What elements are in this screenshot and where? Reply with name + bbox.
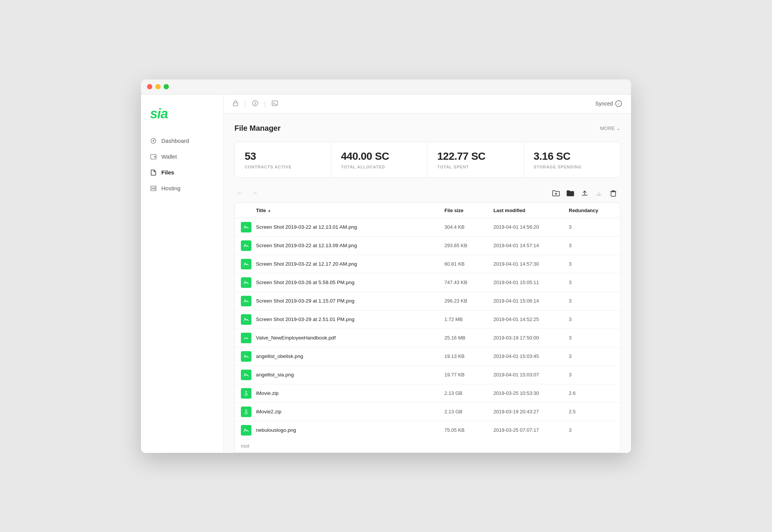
dashboard-icon xyxy=(150,138,157,144)
new-folder-button[interactable] xyxy=(550,187,562,200)
more-button[interactable]: MORE ⌄ xyxy=(600,125,620,131)
back-button[interactable]: ← xyxy=(235,188,245,199)
stat-storage: 3.16 SC STORAGE SPENDING xyxy=(524,142,620,177)
close-button[interactable] xyxy=(147,84,152,89)
files-icon xyxy=(150,169,157,176)
file-size: 19.77 KB xyxy=(444,372,493,378)
svg-point-35 xyxy=(245,373,246,375)
file-type-icon xyxy=(241,425,251,436)
storage-value: 3.16 SC xyxy=(534,150,611,162)
table-row[interactable]: Screen Shot 2019-03-22 at 12.13.09 AM.pn… xyxy=(235,237,620,255)
divider-1: | xyxy=(244,100,246,108)
file-name: Screen Shot 2019-03-29 at 2.51.01 PM.png xyxy=(256,316,444,322)
file-modified: 2019-04-01 14:57:30 xyxy=(493,261,569,267)
svg-rect-4 xyxy=(154,156,156,157)
file-size: 2.13 GB xyxy=(444,390,493,396)
file-redundancy: 3 xyxy=(569,243,614,248)
file-redundancy: 3 xyxy=(569,335,614,341)
file-modified: 2019-04-01 15:03:45 xyxy=(493,353,569,359)
svg-rect-28 xyxy=(243,317,249,322)
svg-point-27 xyxy=(245,300,246,301)
contracts-value: 53 xyxy=(245,150,321,162)
page-header: File Manager MORE ⌄ xyxy=(234,124,620,133)
sidebar: sia Dashboard xyxy=(141,95,224,453)
sidebar-item-dashboard[interactable]: Dashboard xyxy=(141,133,224,149)
table-row[interactable]: Screen Shot 2019-03-26 at 5.58.05 PM.png… xyxy=(235,274,620,292)
new-folder-alt-button[interactable] xyxy=(564,187,577,200)
allocated-label: TOTAL ALLOCATED xyxy=(341,165,418,169)
table-body: Screen Shot 2019-03-22 at 12.13.01 AM.pn… xyxy=(235,218,620,439)
table-row[interactable]: Screen Shot 2019-03-22 at 12.13.01 AM.pn… xyxy=(235,218,620,237)
svg-rect-26 xyxy=(243,298,249,304)
file-size: 296.23 KB xyxy=(444,298,493,304)
allocated-value: 440.00 SC xyxy=(341,150,418,162)
sidebar-item-wallet[interactable]: Wallet xyxy=(141,149,224,165)
table-row[interactable]: nebulouslogo.png 75.05 KB 2019-03-25 07:… xyxy=(235,421,620,439)
col-redundancy: Redundancy xyxy=(569,208,614,213)
file-modified: 2019-03-19 17:50:00 xyxy=(493,335,569,341)
svg-point-12 xyxy=(255,102,256,102)
lock-icon[interactable] xyxy=(233,100,238,107)
delete-button[interactable] xyxy=(607,187,620,200)
maximize-button[interactable] xyxy=(164,84,169,89)
svg-rect-13 xyxy=(272,101,278,105)
table-row[interactable]: Screen Shot 2019-03-29 at 1.15.07 PM.png… xyxy=(235,292,620,310)
content-area: File Manager MORE ⌄ 53 CONTRACTS ACTIVE … xyxy=(224,113,631,453)
svg-point-29 xyxy=(245,318,246,319)
info-icon[interactable] xyxy=(252,100,258,107)
terminal-icon[interactable] xyxy=(272,101,278,107)
file-size: 1.72 MB xyxy=(444,316,493,322)
svg-point-21 xyxy=(245,244,246,245)
table-row[interactable]: angellist_sia.png 19.77 KB 2019-04-01 15… xyxy=(235,366,620,384)
file-redundancy: 3 xyxy=(569,353,614,359)
table-row[interactable]: PDF Valve_NewEmployeeHandbook.pdf 25.16 … xyxy=(235,329,620,347)
titlebar xyxy=(141,79,631,95)
table-row[interactable]: iMovie.zip 2.13 GB 2019-03-25 10:53:30 2… xyxy=(235,384,620,403)
wallet-label: Wallet xyxy=(161,153,177,160)
app-body: sia Dashboard xyxy=(141,95,631,453)
svg-point-33 xyxy=(245,355,246,356)
table-row[interactable]: iMovie2.zip 2.13 GB 2019-03-19 20:43:27 … xyxy=(235,403,620,421)
upload-button[interactable] xyxy=(578,187,591,200)
minimize-button[interactable] xyxy=(155,84,161,89)
file-size: 293.65 KB xyxy=(444,243,493,248)
breadcrumb: root xyxy=(235,439,620,453)
table-row[interactable]: Screen Shot 2019-03-29 at 2.51.01 PM.png… xyxy=(235,310,620,329)
file-size: 25.16 MB xyxy=(444,335,493,341)
svg-rect-37 xyxy=(245,391,247,392)
file-size: 304.4 KB xyxy=(444,224,493,230)
chevron-down-icon: ⌄ xyxy=(616,125,620,131)
file-name: Screen Shot 2019-03-22 at 12.17.20 AM.pn… xyxy=(256,261,444,267)
svg-point-25 xyxy=(245,281,246,282)
wallet-icon xyxy=(150,153,157,160)
download-button[interactable] xyxy=(593,187,605,200)
stats-grid: 53 CONTRACTS ACTIVE 440.00 SC TOTAL ALLO… xyxy=(234,142,620,178)
file-name: nebulouslogo.png xyxy=(256,427,444,433)
col-filesize: File size xyxy=(444,208,493,213)
forward-button[interactable]: → xyxy=(250,188,259,199)
file-name: Screen Shot 2019-03-22 at 12.13.09 AM.pn… xyxy=(256,243,444,248)
svg-rect-9 xyxy=(233,103,238,106)
file-name: Screen Shot 2019-03-22 at 12.13.01 AM.pn… xyxy=(256,224,444,230)
file-size: 75.05 KB xyxy=(444,427,493,433)
svg-rect-22 xyxy=(243,261,249,267)
file-modified: 2019-04-01 14:56:20 xyxy=(493,224,569,230)
file-table: Title ▲ File size Last modified Redundan… xyxy=(234,203,620,453)
table-row[interactable]: Screen Shot 2019-03-22 at 12.17.20 AM.pn… xyxy=(235,255,620,274)
file-type-icon xyxy=(241,314,251,325)
svg-point-7 xyxy=(155,187,156,187)
file-name: Screen Shot 2019-03-29 at 1.15.07 PM.png xyxy=(256,298,444,304)
divider-2: | xyxy=(264,100,266,108)
spent-value: 122.77 SC xyxy=(437,150,514,162)
hosting-label: Hosting xyxy=(161,185,181,191)
svg-rect-20 xyxy=(243,243,249,248)
file-modified: 2019-03-19 20:43:27 xyxy=(493,409,569,414)
sidebar-item-hosting[interactable]: Hosting xyxy=(141,180,224,196)
file-type-icon xyxy=(241,407,251,417)
logo: sia xyxy=(141,102,224,133)
file-type-icon xyxy=(241,277,251,288)
svg-rect-24 xyxy=(243,280,249,285)
sidebar-item-files[interactable]: Files xyxy=(141,165,224,180)
table-row[interactable]: angellist_obelisk.png 19.13 KB 2019-04-0… xyxy=(235,347,620,366)
main-content: | | Synced xyxy=(224,95,631,453)
